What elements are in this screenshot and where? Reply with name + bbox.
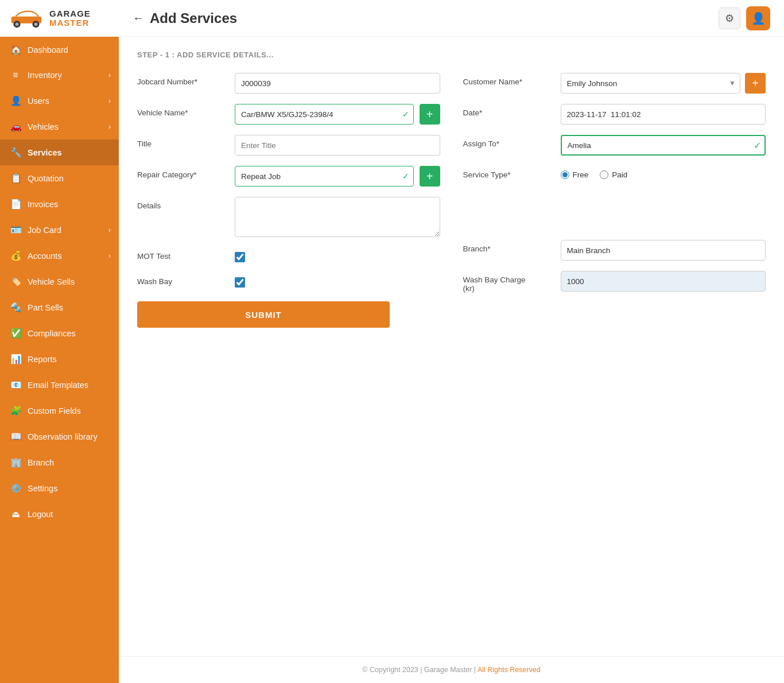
vehicle-sells-icon: 🏷️ — [10, 276, 21, 287]
date-input[interactable] — [561, 104, 766, 125]
sidebar-item-label: Compliances — [28, 329, 76, 338]
sidebar-item-dashboard[interactable]: 🏠 Dashboard — [0, 37, 119, 63]
user-avatar-button[interactable]: 👤 — [746, 6, 770, 30]
jobcard-label: Jobcard Number* — [137, 73, 229, 86]
logo-garage: GARAGE — [49, 9, 91, 19]
customer-label: Customer Name* — [463, 73, 555, 86]
vehicle-label: Vehicle Name* — [137, 104, 229, 117]
part-sells-icon: 🔩 — [10, 302, 21, 313]
sidebar-item-users[interactable]: 👤 Users › — [0, 88, 119, 114]
footer-link[interactable]: All Rights Reserved — [478, 666, 541, 674]
wash-bay-label: Wash Bay — [137, 273, 229, 286]
branch-input[interactable] — [561, 240, 766, 261]
wash-bay-row: Wash Bay — [137, 273, 440, 288]
quotation-icon: 📋 — [10, 173, 21, 184]
sidebar-item-label: Vehicles — [28, 122, 59, 131]
reports-icon: 📊 — [10, 354, 21, 364]
sidebar-item-custom-fields[interactable]: 🧩 Custom Fields — [0, 398, 119, 424]
details-row: Details — [137, 197, 440, 237]
chevron-right-icon: › — [108, 123, 111, 131]
submit-button[interactable]: SUBMIT — [137, 301, 390, 328]
main-content: ← Add Services ⚙ 👤 STEP - 1 : ADD SERVIC… — [119, 0, 784, 683]
svg-point-5 — [25, 13, 28, 15]
mot-test-row: MOT Test — [137, 247, 440, 262]
sidebar-item-label: Reports — [28, 355, 57, 364]
sidebar-item-logout[interactable]: ⏏ Logout — [0, 501, 119, 527]
date-row: Date* — [463, 104, 766, 125]
wash-bay-checkbox[interactable] — [235, 277, 245, 288]
form-area: STEP - 1 : ADD SERVICE DETAILS... Jobcar… — [119, 37, 784, 656]
mot-test-checkbox[interactable] — [235, 252, 245, 262]
sidebar-item-settings[interactable]: ⚙️ Settings — [0, 475, 119, 501]
logo-text: GARAGE MASTER — [49, 9, 91, 28]
jobcard-input[interactable] — [235, 73, 440, 94]
sidebar-item-label: Custom Fields — [28, 406, 81, 416]
sidebar-item-branch[interactable]: 🏢 Branch — [0, 449, 119, 475]
settings-button[interactable]: ⚙ — [719, 7, 740, 29]
form-right-col: Customer Name* Emily Johnson ▼ + — [463, 73, 766, 328]
sidebar-item-accounts[interactable]: 💰 Accounts › — [0, 243, 119, 269]
service-free-radio[interactable] — [561, 170, 569, 179]
branch-icon: 🏢 — [10, 457, 21, 468]
assign-to-input[interactable] — [561, 135, 766, 156]
form-left-col: Jobcard Number* Vehicle Name* Car/BMW X5… — [137, 73, 440, 328]
assign-to-label: Assign To* — [463, 135, 555, 148]
title-input[interactable] — [235, 135, 440, 156]
customer-select[interactable]: Emily Johnson — [561, 73, 741, 94]
sidebar-item-label: Branch — [28, 458, 54, 467]
sidebar-item-services[interactable]: 🔧 Services — [0, 139, 119, 165]
sidebar-item-observation-library[interactable]: 📖 Observation library — [0, 424, 119, 449]
logo-master: MASTER — [49, 18, 91, 28]
sidebar-item-job-card[interactable]: 🪪 Job Card › — [0, 217, 119, 243]
service-paid-radio[interactable] — [600, 170, 608, 179]
back-button[interactable]: ← — [133, 11, 144, 25]
sidebar-item-vehicles[interactable]: 🚗 Vehicles › — [0, 114, 119, 139]
gear-icon: ⚙ — [725, 12, 734, 25]
assign-control-wrapper: ✓ — [561, 135, 766, 156]
sidebar-item-label: Part Sells — [28, 303, 63, 312]
service-paid-radio-label[interactable]: Paid — [600, 170, 627, 179]
details-label: Details — [137, 197, 229, 210]
sidebar-item-quotation[interactable]: 📋 Quotation — [0, 165, 119, 191]
wash-bay-charge-label: Wash Bay Charge (kr) — [463, 271, 555, 293]
sidebar-item-reports[interactable]: 📊 Reports — [0, 346, 119, 372]
vehicle-select[interactable]: Car/BMW X5/GJ25-2398/4 — [235, 104, 414, 125]
sidebar-item-label: Services — [28, 148, 62, 157]
logo: GARAGE MASTER — [0, 0, 119, 37]
sidebar-item-label: Inventory — [28, 71, 62, 80]
sidebar-item-label: Job Card — [28, 226, 61, 235]
repair-select-wrapper: Repeat Job ✓ — [235, 166, 414, 187]
add-repair-button[interactable]: + — [420, 166, 440, 187]
wash-bay-charge-text: Wash Bay Charge — [463, 275, 526, 284]
branch-label: Branch* — [463, 240, 555, 253]
wash-bay-charge-input[interactable] — [561, 271, 766, 292]
sidebar-item-invoices[interactable]: 📄 Invoices — [0, 191, 119, 217]
custom-fields-icon: 🧩 — [10, 405, 21, 416]
title-label: Title — [137, 135, 229, 148]
sidebar-item-vehicle-sells[interactable]: 🏷️ Vehicle Sells — [0, 269, 119, 294]
service-free-radio-label[interactable]: Free — [561, 170, 589, 179]
sidebar-item-label: Quotation — [28, 174, 64, 183]
chevron-right-icon: › — [108, 71, 111, 79]
details-textarea[interactable] — [235, 197, 440, 237]
inventory-icon: ≡ — [10, 70, 21, 80]
add-vehicle-button[interactable]: + — [420, 104, 440, 125]
sidebar-item-label: Dashboard — [28, 45, 68, 55]
footer: © Copyright 2023 | Garage Master | All R… — [119, 656, 784, 683]
date-label: Date* — [463, 104, 555, 117]
chevron-right-icon: › — [108, 226, 111, 234]
wash-charge-control-wrapper — [561, 271, 766, 292]
sidebar-item-label: Email Templates — [28, 381, 88, 390]
sidebar-item-label: Logout — [28, 510, 53, 519]
accounts-icon: 💰 — [10, 250, 21, 261]
repair-category-select[interactable]: Repeat Job — [235, 166, 414, 187]
sidebar-item-email-templates[interactable]: 📧 Email Templates — [0, 372, 119, 398]
observation-library-icon: 📖 — [10, 431, 21, 442]
sidebar-item-inventory[interactable]: ≡ Inventory › — [0, 63, 119, 88]
add-customer-button[interactable]: + — [745, 73, 766, 94]
sidebar-item-part-sells[interactable]: 🔩 Part Sells — [0, 294, 119, 320]
vehicles-icon: 🚗 — [10, 121, 21, 132]
repair-category-row: Repair Category* Repeat Job ✓ + — [137, 166, 440, 187]
jobcard-row: Jobcard Number* — [137, 73, 440, 94]
sidebar-item-compliances[interactable]: ✅ Compliances — [0, 320, 119, 346]
